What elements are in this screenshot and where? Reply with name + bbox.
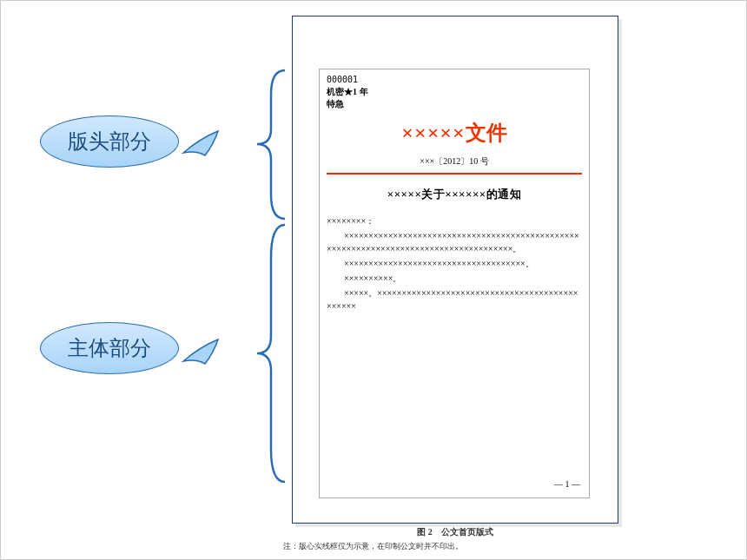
document-issuer-word: 文件 <box>466 122 507 144</box>
brace-header <box>248 69 292 221</box>
document-para-3: ××××××××××。 <box>327 272 582 285</box>
document-content-frame: 000001 机密★1 年 特急 ×××××文件 ×××〔2012〕10 号 ×… <box>319 69 590 498</box>
document-security: 机密★1 年 <box>327 86 582 98</box>
diagram-slide: 版头部分 主体部分 000001 机密★1 年 特急 ×××××文件 ×××〔2… <box>0 0 747 560</box>
document-page-number: — 1 — <box>554 478 580 491</box>
document-para-2: ×××××××××××××××××××××××××××××××××××××。 <box>327 257 582 270</box>
callout-body-label: 主体部分 <box>68 334 151 362</box>
document-urgency: 特急 <box>327 98 582 110</box>
callout-header: 版头部分 <box>40 115 179 168</box>
document-number: ×××〔2012〕10 号 <box>327 155 582 168</box>
document-para-4: ×××××。××××××××××××××××××××××××××××××××××… <box>327 287 582 313</box>
brace-body <box>248 223 292 484</box>
document-para-1: ××××××××××××××××××××××××××××××××××××××××… <box>327 229 582 255</box>
red-separator-line <box>327 173 582 175</box>
document-title-row: ×××××文件 <box>327 119 582 148</box>
document-body: ××××××××： ××××××××××××××××××××××××××××××… <box>327 214 582 313</box>
document-addressee: ××××××××： <box>327 214 582 227</box>
document-page: 000001 机密★1 年 特急 ×××××文件 ×××〔2012〕10 号 ×… <box>292 16 618 524</box>
figure-caption: 图 2 公文首页版式 <box>292 526 618 538</box>
figure-note: 注：版心实线框仅为示意，在印制公文时并不印出。 <box>283 541 631 552</box>
callout-body: 主体部分 <box>40 322 179 374</box>
document-serial: 000001 <box>327 74 582 86</box>
document-issuer-marks: ××××× <box>401 122 465 144</box>
document-subject: ×××××关于××××××的通知 <box>327 187 582 202</box>
callout-header-label: 版头部分 <box>68 128 151 155</box>
